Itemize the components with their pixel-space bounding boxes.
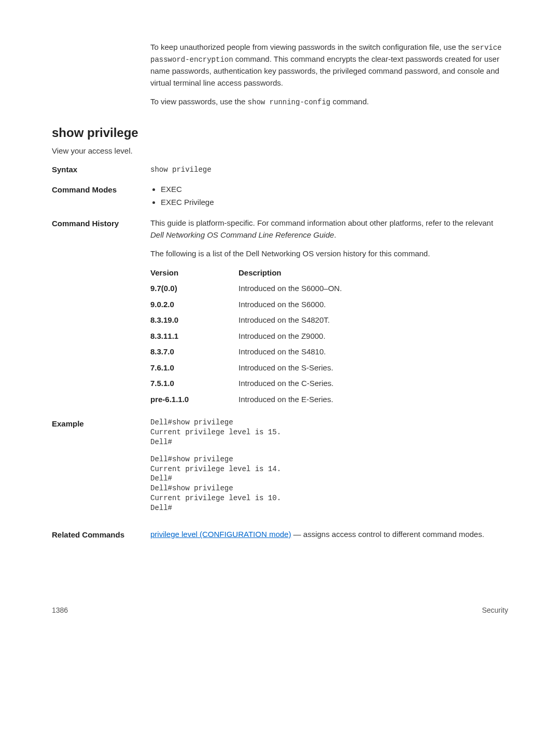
syntax-label: Syntax bbox=[52, 163, 150, 176]
version-cell: 7.5.1.0 bbox=[150, 378, 239, 390]
table-row: 8.3.7.0 Introduced on the S4810. bbox=[150, 346, 508, 358]
inline-code: show running-config bbox=[248, 98, 331, 106]
example-block-2: Dell#show privilege Current privilege le… bbox=[150, 454, 508, 513]
table-row: 7.6.1.0 Introduced on the S-Series. bbox=[150, 362, 508, 374]
version-cell: pre-6.1.1.0 bbox=[150, 394, 239, 406]
table-row: 7.5.1.0 Introduced on the C-Series. bbox=[150, 378, 508, 390]
text-fragment: command. bbox=[330, 97, 369, 106]
text-fragment: This guide is platform-specific. For com… bbox=[150, 218, 493, 227]
continuation-para-1: To keep unauthorized people from viewing… bbox=[150, 42, 508, 89]
related-commands-row: Related Commands privilege level (CONFIG… bbox=[52, 529, 508, 548]
footer-category: Security bbox=[482, 605, 508, 616]
italic-text: Dell Networking OS Command Line Referenc… bbox=[150, 230, 334, 239]
syntax-value: show privilege bbox=[150, 166, 212, 174]
description-cell: Introduced on the C-Series. bbox=[239, 378, 508, 390]
text-fragment: — assigns access control to different co… bbox=[291, 530, 484, 539]
example-block-1: Dell#show privilege Current privilege le… bbox=[150, 418, 508, 447]
command-history-para-2: The following is a list of the Dell Netw… bbox=[150, 248, 508, 260]
related-commands-label: Related Commands bbox=[52, 529, 150, 541]
version-cell: 7.6.1.0 bbox=[150, 362, 239, 374]
table-row: 8.3.19.0 Introduced on the S4820T. bbox=[150, 314, 508, 326]
text-fragment: To keep unauthorized people from viewing… bbox=[150, 43, 471, 51]
section-heading: show privilege bbox=[52, 123, 508, 142]
page-number: 1386 bbox=[52, 605, 68, 616]
command-modes-row: Command Modes EXEC EXEC Privilege bbox=[52, 184, 508, 209]
command-history-para-1: This guide is platform-specific. For com… bbox=[150, 217, 508, 241]
continuation-para-2: To view passwords, use the show running-… bbox=[150, 96, 508, 108]
description-cell: Introduced on the Z9000. bbox=[239, 330, 508, 342]
description-cell: Introduced on the E-Series. bbox=[239, 394, 508, 406]
text-fragment: . bbox=[334, 230, 336, 239]
related-link[interactable]: privilege level (CONFIGURATION mode) bbox=[150, 530, 291, 539]
page-footer: 1386 Security bbox=[52, 605, 508, 616]
example-label: Example bbox=[52, 418, 150, 430]
command-history-row: Command History This guide is platform-s… bbox=[52, 217, 508, 409]
version-cell: 8.3.11.1 bbox=[150, 330, 239, 342]
description-cell: Introduced on the S4810. bbox=[239, 346, 508, 358]
description-cell: Introduced on the S-Series. bbox=[239, 362, 508, 374]
version-cell: 8.3.19.0 bbox=[150, 314, 239, 326]
version-cell: 9.7(0.0) bbox=[150, 283, 239, 295]
list-item: EXEC Privilege bbox=[161, 197, 508, 209]
list-item: EXEC bbox=[161, 184, 508, 196]
description-cell: Introduced on the S4820T. bbox=[239, 314, 508, 326]
table-row: pre-6.1.1.0 Introduced on the E-Series. bbox=[150, 394, 508, 406]
version-cell: 9.0.2.0 bbox=[150, 299, 239, 311]
table-row: 8.3.11.1 Introduced on the Z9000. bbox=[150, 330, 508, 342]
table-row: 9.0.2.0 Introduced on the S6000. bbox=[150, 299, 508, 311]
table-row: 9.7(0.0) Introduced on the S6000–ON. bbox=[150, 283, 508, 295]
command-modes-label: Command Modes bbox=[52, 184, 150, 196]
version-cell: 8.3.7.0 bbox=[150, 346, 239, 358]
version-header: Version bbox=[150, 267, 239, 279]
text-fragment: To view passwords, use the bbox=[150, 97, 248, 106]
prior-section-continuation: To keep unauthorized people from viewing… bbox=[150, 42, 508, 108]
description-cell: Introduced on the S6000. bbox=[239, 299, 508, 311]
related-commands-body: privilege level (CONFIGURATION mode) — a… bbox=[150, 529, 508, 541]
command-modes-list: EXEC EXEC Privilege bbox=[150, 184, 508, 208]
section-subtitle: View your access level. bbox=[52, 145, 508, 157]
syntax-row: Syntax show privilege bbox=[52, 163, 508, 176]
example-row: Example Dell#show privilege Current priv… bbox=[52, 418, 508, 520]
description-cell: Introduced on the S6000–ON. bbox=[239, 283, 508, 295]
command-history-label: Command History bbox=[52, 217, 150, 230]
description-header: Description bbox=[239, 267, 508, 279]
version-table-header: Version Description bbox=[150, 267, 508, 279]
